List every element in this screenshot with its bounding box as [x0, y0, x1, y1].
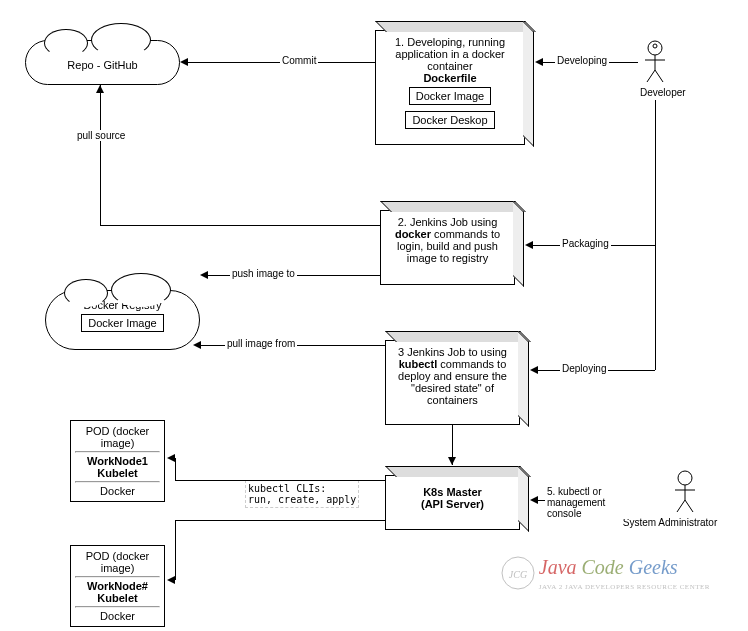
svg-line-5 — [655, 70, 663, 82]
svg-line-9 — [677, 500, 685, 512]
sysadmin-actor: System Administrator — [640, 470, 730, 528]
label-deploying: Deploying — [560, 363, 608, 374]
arrowhead-commit — [180, 58, 188, 66]
watermark: JCG Java Code Geeks JAVA 2 JAVA DEVELOPE… — [500, 555, 710, 591]
node2-pod: POD (docker image) — [86, 550, 150, 574]
k8s-master-box: K8s Master (API Server) — [385, 475, 520, 530]
node2-bold: WorkNode# Kubelet — [87, 580, 148, 604]
master-title: K8s Master — [423, 486, 482, 498]
note-line2: run, create, apply — [248, 494, 356, 505]
svg-point-6 — [678, 471, 692, 485]
arrowhead-pullimage — [193, 341, 201, 349]
arrowhead-step3-master — [448, 457, 456, 465]
arrowhead-pushimage — [200, 271, 208, 279]
arrow-packaging-v — [655, 100, 656, 245]
arrow-pullsource-h — [100, 225, 380, 226]
arrow-pullsource-v — [100, 85, 101, 225]
docker-registry-cloud: Docker Registry Docker Image — [45, 290, 200, 350]
worknode1-box: POD (docker image) WorkNode1 Kubelet Doc… — [70, 420, 165, 502]
arrowhead-master-node2 — [167, 576, 175, 584]
step3-box: 3 Jenkins Job to using kubectl commands … — [385, 340, 520, 425]
watermark-tagline: JAVA 2 JAVA DEVELOPERS RESOURCE CENTER — [539, 583, 710, 591]
label-packaging: Packaging — [560, 238, 611, 249]
person-icon — [670, 470, 700, 515]
step1-box: 1. Developing, running application in a … — [375, 30, 525, 145]
jcg-logo-icon: JCG — [500, 555, 536, 591]
label-pullimage: pull image from — [225, 338, 297, 349]
repo-title: Repo - GitHub — [67, 59, 137, 71]
arrow-deploying-v — [655, 245, 656, 370]
step2-text1: 2. Jenkins Job using — [398, 216, 498, 228]
arrowhead-master-node1 — [167, 454, 175, 462]
arrow-master-node2-v — [175, 520, 176, 580]
step3-text1: 3 Jenkins Job to using — [398, 346, 507, 358]
node2-docker: Docker — [100, 610, 135, 622]
label-pullsource: pull source — [75, 130, 127, 141]
person-icon — [640, 40, 670, 85]
developer-actor: Developer — [640, 40, 670, 98]
kubectl-note: kubectl CLIs: run, create, apply — [245, 480, 359, 508]
arrowhead-deploying — [530, 366, 538, 374]
arrowhead-developing — [535, 58, 543, 66]
node1-docker: Docker — [100, 485, 135, 497]
svg-line-4 — [647, 70, 655, 82]
arrowhead-kubectl — [530, 496, 538, 504]
arrowhead-packaging — [525, 241, 533, 249]
node1-pod: POD (docker image) — [86, 425, 150, 449]
node1-bold: WorkNode1 Kubelet — [87, 455, 148, 479]
step1-bold: Dockerfile — [423, 72, 476, 84]
arrow-master-node1-v — [175, 458, 176, 480]
note-line1: kubectl CLIs: — [248, 483, 326, 494]
master-subtitle: (API Server) — [421, 498, 484, 510]
arrow-master-node2-h — [175, 520, 385, 521]
svg-line-10 — [685, 500, 693, 512]
step3-bold: kubectl — [399, 358, 438, 370]
label-developing: Developing — [555, 55, 609, 66]
svg-point-1 — [653, 44, 657, 48]
developer-label: Developer — [640, 87, 670, 98]
step1-inner1: Docker Image — [409, 87, 491, 105]
step1-text: 1. Developing, running application in a … — [395, 36, 505, 72]
step1-inner2: Docker Deskop — [405, 111, 494, 129]
arrow-master-node1-h — [175, 480, 385, 481]
arrowhead-pullsource — [96, 85, 104, 93]
step2-box: 2. Jenkins Job using docker commands to … — [380, 210, 515, 285]
label-pushimage: push image to — [230, 268, 297, 279]
svg-text:JCG: JCG — [509, 569, 527, 580]
worknode2-box: POD (docker image) WorkNode# Kubelet Doc… — [70, 545, 165, 627]
label-kubectl: 5. kubectl or management console — [545, 486, 640, 519]
label-commit: Commit — [280, 55, 318, 66]
step2-bold: docker — [395, 228, 431, 240]
docker-registry-image: Docker Image — [81, 314, 163, 332]
docker-registry-title: Docker Registry — [83, 299, 161, 311]
repo-cloud: Repo - GitHub — [25, 40, 180, 85]
